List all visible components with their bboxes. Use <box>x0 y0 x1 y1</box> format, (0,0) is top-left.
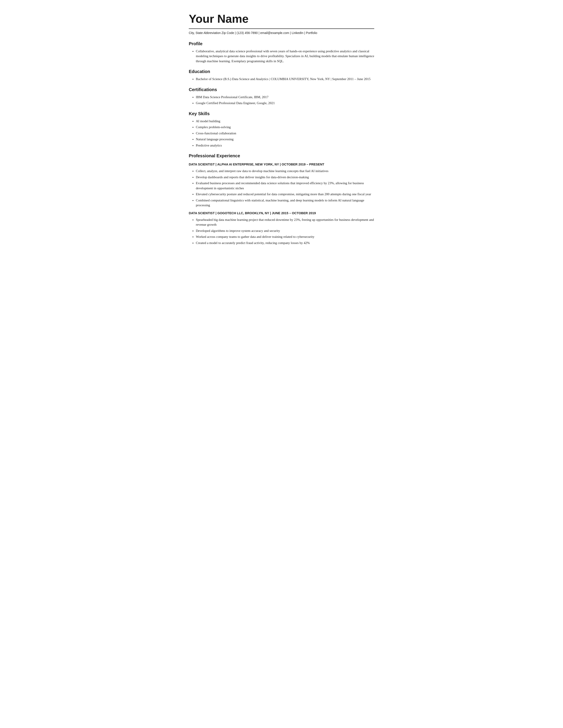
list-item: Predictive analytics <box>196 143 374 148</box>
profile-list: Collaborative, analytical data science p… <box>189 49 374 64</box>
profile-section: Profile Collaborative, analytical data s… <box>189 41 374 64</box>
header-divider <box>189 28 374 29</box>
list-item: Develop dashboards and reports that deli… <box>196 175 374 180</box>
list-item: Evaluated business processes and recomme… <box>196 181 374 191</box>
job-title-1: DATA SCIENTIST | ALPHA AI ENTERPRISE, NE… <box>189 162 374 167</box>
key-skills-list: AI model building Complex problem-solvin… <box>189 119 374 148</box>
profile-title: Profile <box>189 41 374 47</box>
education-section: Education Bachelor of Science (B.S.) Dat… <box>189 68 374 82</box>
list-item: Collaborative, analytical data science p… <box>196 49 374 64</box>
list-item: Cross-functional collaboration <box>196 131 374 136</box>
job-2-bullets: Spearheaded big data machine learning pr… <box>189 217 374 246</box>
key-skills-title: Key Skills <box>189 111 374 117</box>
list-item: Complex problem-solving <box>196 125 374 130</box>
list-item: IBM Data Science Professional Certificat… <box>196 95 374 100</box>
experience-section: Professional Experience DATA SCIENTIST |… <box>189 153 374 245</box>
list-item: Bachelor of Science (B.S.) Data Science … <box>196 77 374 82</box>
certifications-title: Certifications <box>189 86 374 93</box>
job-title-2: DATA SCIENTIST | GOGOTECH LLC, BROOKLYN,… <box>189 211 374 216</box>
list-item: Developed algorithms to improve system a… <box>196 228 374 233</box>
list-item: Elevated cybersecurity posture and reduc… <box>196 192 374 197</box>
education-title: Education <box>189 68 374 75</box>
job-1-bullets: Collect, analyze, and interpret raw data… <box>189 169 374 208</box>
list-item: AI model building <box>196 119 374 124</box>
page-title: Your Name <box>189 11 374 27</box>
list-item: Google Certified Professional Data Engin… <box>196 101 374 106</box>
key-skills-section: Key Skills AI model building Complex pro… <box>189 111 374 148</box>
certifications-list: IBM Data Science Professional Certificat… <box>189 95 374 106</box>
list-item: Created a model to accurately predict fr… <box>196 240 374 246</box>
contact-info: City, State Abbreviation Zip Code | (123… <box>189 31 374 35</box>
education-list: Bachelor of Science (B.S.) Data Science … <box>189 77 374 82</box>
list-item: Combined computational linguistics with … <box>196 198 374 208</box>
list-item: Collect, analyze, and interpret raw data… <box>196 169 374 174</box>
certifications-section: Certifications IBM Data Science Professi… <box>189 86 374 106</box>
list-item: Spearheaded big data machine learning pr… <box>196 217 374 227</box>
list-item: Natural language processing <box>196 137 374 142</box>
experience-title: Professional Experience <box>189 153 374 159</box>
list-item: Worked across company teams to gather da… <box>196 234 374 239</box>
